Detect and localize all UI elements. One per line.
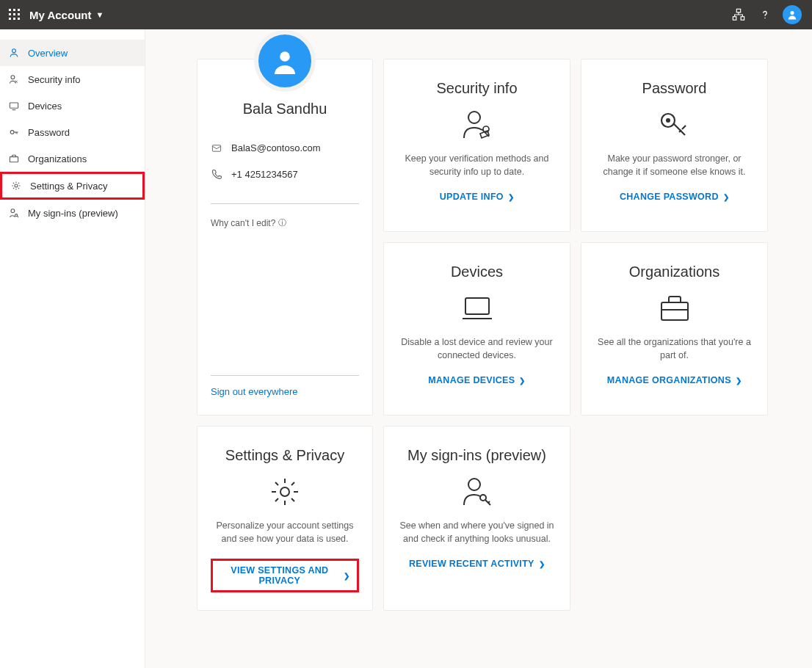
- svg-rect-10: [733, 17, 736, 21]
- card-title: Organizations: [629, 264, 719, 280]
- briefcase-large-icon: [657, 291, 692, 326]
- change-password-link[interactable]: CHANGE PASSWORD ❯: [620, 192, 729, 202]
- view-settings-privacy-link[interactable]: VIEW SETTINGS AND PRIVACY ❯: [211, 559, 359, 592]
- update-info-link[interactable]: UPDATE INFO ❯: [440, 192, 514, 202]
- card-title: Settings & Privacy: [225, 447, 344, 464]
- person-key-icon: [460, 474, 495, 509]
- topbar: My Account ▼: [0, 0, 812, 29]
- svg-point-20: [11, 209, 15, 213]
- svg-rect-3: [9, 13, 11, 15]
- svg-point-21: [15, 214, 18, 217]
- svg-rect-18: [10, 157, 18, 162]
- gear-icon: [10, 179, 23, 192]
- svg-rect-8: [18, 18, 20, 20]
- svg-point-12: [764, 18, 765, 18]
- svg-rect-11: [741, 17, 744, 21]
- signout-everywhere-link[interactable]: Sign out everywhere: [211, 375, 359, 397]
- profile-email-row: BalaS@contoso.com: [211, 142, 321, 153]
- key-icon: [7, 126, 21, 139]
- content-area: Bala Sandhu BalaS@contoso.com +1 4251234…: [145, 29, 812, 668]
- chevron-right-icon: ❯: [736, 377, 742, 385]
- sidebar-item-organizations[interactable]: Organizations: [0, 145, 145, 172]
- profile-email: BalaS@contoso.com: [231, 142, 321, 153]
- svg-point-26: [666, 118, 670, 123]
- svg-rect-27: [465, 298, 489, 314]
- sidebar-item-label: My sign-ins (preview): [28, 208, 118, 219]
- person-icon: [7, 46, 21, 59]
- chevron-right-icon: ❯: [344, 572, 349, 580]
- svg-rect-1: [13, 9, 15, 11]
- help-icon[interactable]: [752, 0, 778, 29]
- password-key-icon: [657, 107, 692, 142]
- svg-rect-2: [18, 9, 20, 11]
- svg-rect-4: [13, 13, 15, 15]
- svg-point-15: [11, 76, 15, 79]
- sidebar-item-label: Security info: [28, 74, 81, 85]
- app-title-dropdown[interactable]: My Account ▼: [29, 9, 104, 21]
- sidebar-item-settings-privacy[interactable]: Settings & Privacy: [0, 172, 145, 200]
- sidebar-item-signins[interactable]: My sign-ins (preview): [0, 200, 145, 226]
- security-icon: [7, 73, 21, 86]
- svg-rect-6: [9, 18, 11, 20]
- chevron-down-icon: ▼: [95, 10, 104, 19]
- chevron-right-icon: ❯: [539, 560, 545, 568]
- profile-phone: +1 4251234567: [231, 169, 298, 180]
- sidebar-item-label: Devices: [28, 101, 62, 112]
- chevron-right-icon: ❯: [508, 193, 514, 201]
- gear-large-icon: [267, 474, 302, 509]
- svg-point-29: [280, 487, 289, 496]
- chevron-right-icon: ❯: [723, 193, 729, 201]
- svg-rect-0: [9, 9, 11, 11]
- profile-avatar: [254, 30, 316, 92]
- svg-rect-28: [661, 302, 688, 320]
- app-launcher-icon[interactable]: [6, 6, 23, 23]
- sidebar: Overview Security info Devices Password …: [0, 29, 145, 668]
- svg-point-13: [790, 11, 794, 15]
- card-title: Password: [642, 80, 707, 97]
- org-icon[interactable]: [725, 0, 752, 29]
- svg-rect-23: [212, 145, 220, 150]
- svg-rect-9: [736, 9, 740, 12]
- sidebar-item-security[interactable]: Security info: [0, 66, 145, 92]
- sidebar-item-devices[interactable]: Devices: [0, 92, 145, 119]
- card-title: My sign-ins (preview): [407, 447, 546, 464]
- edit-hint[interactable]: Why can't I edit? ⓘ: [211, 217, 286, 228]
- signins-icon: [7, 206, 21, 219]
- svg-point-22: [280, 51, 290, 62]
- profile-phone-row: +1 4251234567: [211, 168, 298, 180]
- sidebar-item-label: Password: [28, 127, 70, 138]
- card-title: Devices: [451, 264, 503, 280]
- devices-card: Devices Disable a lost device and review…: [383, 242, 570, 415]
- svg-rect-5: [18, 13, 20, 15]
- security-info-icon: [460, 107, 495, 142]
- svg-point-31: [480, 495, 486, 501]
- svg-point-17: [10, 131, 14, 134]
- password-card: Password Make your password stronger, or…: [581, 59, 768, 232]
- user-avatar[interactable]: [783, 5, 802, 24]
- card-desc: Make your password stronger, or change i…: [595, 153, 754, 178]
- review-activity-link[interactable]: REVIEW RECENT ACTIVITY ❯: [409, 559, 545, 569]
- svg-point-14: [12, 49, 16, 53]
- sidebar-item-label: Overview: [28, 48, 68, 59]
- laptop-icon: [460, 291, 495, 326]
- settings-privacy-card: Settings & Privacy Personalize your acco…: [197, 426, 373, 611]
- svg-point-30: [468, 479, 480, 490]
- card-title: Security info: [436, 80, 517, 97]
- profile-name: Bala Sandhu: [211, 101, 359, 117]
- svg-point-19: [15, 184, 18, 187]
- devices-icon: [7, 99, 21, 112]
- info-icon: ⓘ: [278, 217, 286, 228]
- card-desc: Disable a lost device and review your co…: [397, 336, 557, 362]
- profile-card: Bala Sandhu BalaS@contoso.com +1 4251234…: [197, 59, 373, 415]
- briefcase-icon: [7, 152, 21, 165]
- card-desc: See all the organizations that you're a …: [595, 336, 754, 362]
- svg-rect-16: [10, 103, 18, 108]
- divider: [211, 203, 359, 204]
- sidebar-item-overview[interactable]: Overview: [0, 40, 145, 66]
- app-title-text: My Account: [29, 9, 91, 21]
- sidebar-item-label: Organizations: [28, 153, 87, 164]
- manage-devices-link[interactable]: MANAGE DEVICES ❯: [428, 375, 525, 385]
- organizations-card: Organizations See all the organizations …: [581, 242, 768, 415]
- manage-organizations-link[interactable]: MANAGE ORGANIZATIONS ❯: [607, 375, 742, 385]
- sidebar-item-password[interactable]: Password: [0, 119, 145, 145]
